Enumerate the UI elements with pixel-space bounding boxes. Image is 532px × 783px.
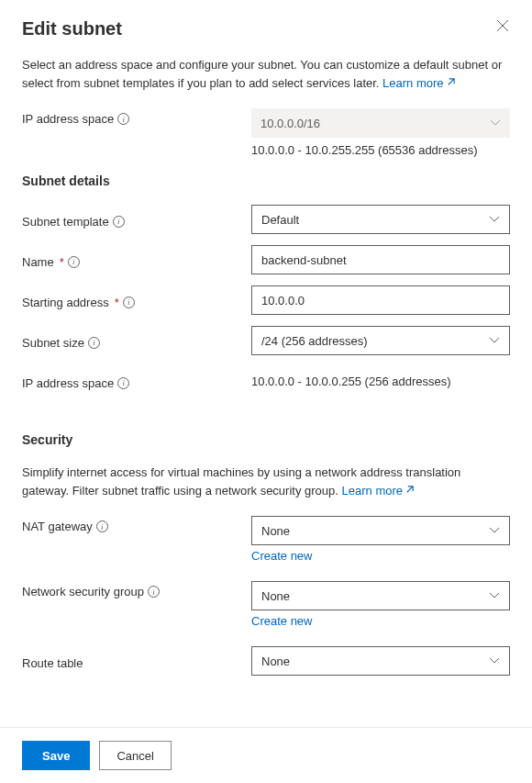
close-button[interactable] (495, 18, 510, 33)
ip-space-select[interactable]: 10.0.0.0/16 (251, 108, 510, 138)
nsg-create-link[interactable]: Create new (251, 614, 312, 628)
route-table-label: Route table (22, 656, 83, 670)
info-icon[interactable]: i (88, 337, 100, 349)
external-link-icon (446, 74, 456, 93)
info-icon[interactable]: i (113, 216, 125, 228)
close-icon (496, 19, 509, 32)
chevron-down-icon (489, 592, 500, 599)
chevron-down-icon (489, 216, 500, 223)
subnet-template-select[interactable]: Default (251, 205, 510, 234)
subnet-template-label: Subnet template (22, 215, 109, 229)
security-description: Simplify internet access for virtual mac… (22, 464, 510, 499)
info-icon[interactable]: i (117, 377, 129, 389)
info-icon[interactable]: i (148, 586, 160, 598)
ip-range-value: 10.0.0.0 - 10.0.0.255 (256 addresses) (251, 375, 451, 388)
nsg-label: Network security group (22, 585, 144, 598)
nat-gateway-label: NAT gateway (22, 520, 93, 533)
nat-gateway-create-link[interactable]: Create new (251, 549, 312, 563)
intro-description: Select an address space and configure yo… (22, 56, 510, 92)
subnet-size-select[interactable]: /24 (256 addresses) (251, 326, 510, 355)
info-icon[interactable]: i (117, 113, 129, 125)
subnet-size-label: Subnet size (22, 336, 84, 350)
name-input[interactable] (251, 245, 510, 274)
external-link-icon (405, 482, 415, 500)
save-button[interactable]: Save (22, 741, 90, 770)
starting-address-label: Starting address (22, 296, 109, 309)
security-heading: Security (22, 432, 510, 447)
ip-space-range: 10.0.0.0 - 10.0.255.255 (65536 addresses… (251, 143, 510, 157)
chevron-down-icon (489, 527, 500, 534)
route-table-select[interactable]: None (251, 646, 510, 676)
name-label: Name (22, 255, 54, 269)
ip-space-label: IP address space (22, 112, 114, 126)
chevron-down-icon (490, 119, 501, 127)
info-icon[interactable]: i (123, 296, 135, 308)
ip-range-label: IP address space (22, 376, 114, 390)
chevron-down-icon (489, 657, 500, 665)
footer-bar: Save Cancel (0, 727, 532, 783)
subnet-details-heading: Subnet details (22, 173, 510, 188)
info-icon[interactable]: i (96, 520, 108, 532)
required-indicator: * (60, 255, 64, 269)
nsg-select[interactable]: None (251, 581, 510, 610)
page-title: Edit subnet (22, 18, 122, 39)
required-indicator: * (115, 296, 119, 309)
info-icon[interactable]: i (68, 256, 80, 268)
chevron-down-icon (489, 337, 500, 344)
security-learn-more-link[interactable]: Learn more (342, 484, 415, 498)
cancel-button[interactable]: Cancel (99, 741, 171, 770)
intro-learn-more-link[interactable]: Learn more (382, 76, 455, 90)
starting-address-input[interactable] (251, 285, 510, 315)
nat-gateway-select[interactable]: None (251, 516, 510, 545)
